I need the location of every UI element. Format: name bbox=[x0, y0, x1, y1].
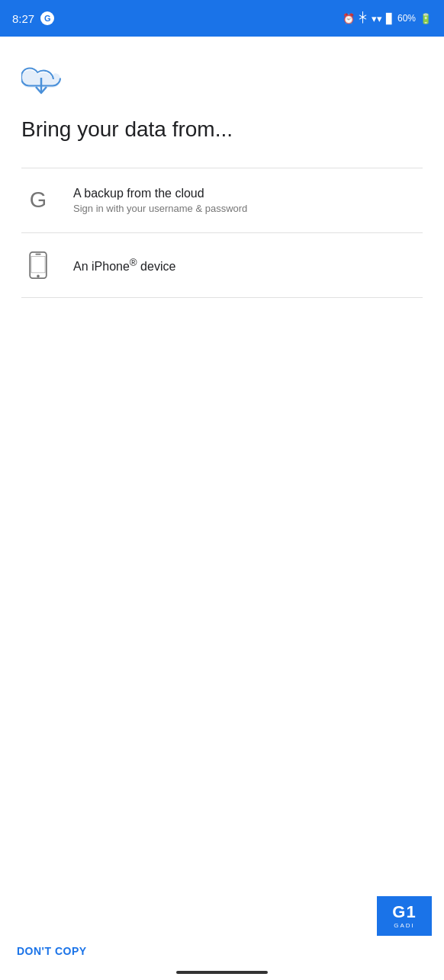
svg-point-4 bbox=[37, 275, 40, 278]
dont-copy-label: DON'T COPY bbox=[17, 945, 87, 957]
watermark-box: G1 GADI bbox=[377, 896, 432, 936]
status-left: 8:27 G bbox=[12, 11, 54, 25]
google-g-icon: G bbox=[21, 184, 55, 217]
home-indicator[interactable] bbox=[176, 971, 268, 974]
watermark: G1 GADI bbox=[377, 896, 432, 936]
cloud-backup-subtitle: Sign in with your username & password bbox=[73, 203, 247, 214]
cloud-icon-wrap bbox=[21, 67, 423, 101]
svg-rect-5 bbox=[31, 257, 45, 274]
alarm-icon: ⏰ bbox=[343, 13, 355, 24]
watermark-sub: GADI bbox=[394, 922, 415, 929]
watermark-letters: G1 bbox=[392, 904, 416, 921]
wifi-icon: ▾▾ bbox=[372, 13, 382, 24]
cloud-backup-text: A backup from the cloud Sign in with you… bbox=[73, 187, 247, 214]
status-icons: ⏰ ▾▾ ▊ 60% 🔋 bbox=[343, 11, 432, 26]
signal-icon: ▊ bbox=[386, 13, 394, 24]
svg-rect-2 bbox=[30, 252, 47, 278]
iphone-device-text: An iPhone® device bbox=[73, 257, 175, 274]
svg-text:G: G bbox=[30, 188, 47, 213]
cloud-download-icon bbox=[21, 67, 61, 98]
battery-icon: 🔋 bbox=[420, 13, 432, 24]
svg-rect-3 bbox=[35, 254, 40, 255]
iphone-device-item[interactable]: An iPhone® device bbox=[21, 233, 423, 297]
status-bar: 8:27 G ⏰ ▾▾ ▊ 60% 🔋 bbox=[0, 0, 444, 37]
status-g-icon: G bbox=[40, 11, 54, 25]
page-title: Bring your data from... bbox=[21, 116, 423, 143]
main-content: Bring your data from... G A backup from … bbox=[0, 37, 444, 298]
cloud-backup-item[interactable]: G A backup from the cloud Sign in with y… bbox=[21, 168, 423, 232]
bottom-divider bbox=[21, 297, 423, 298]
status-time: 8:27 bbox=[12, 12, 34, 25]
iphone-icon bbox=[21, 248, 55, 282]
cloud-backup-title: A backup from the cloud bbox=[73, 187, 247, 200]
iphone-device-title: An iPhone® device bbox=[73, 257, 175, 274]
bluetooth-icon bbox=[359, 11, 368, 26]
battery-level: 60% bbox=[397, 13, 416, 24]
